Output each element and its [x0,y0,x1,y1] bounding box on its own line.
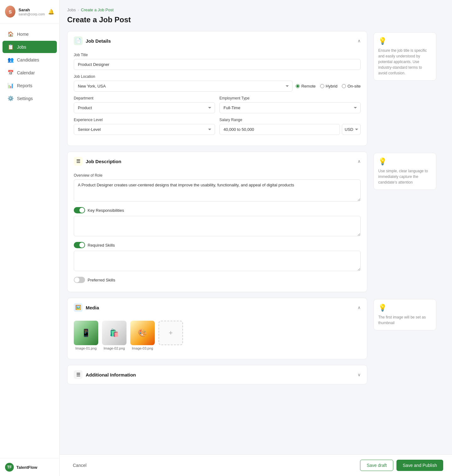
chevron-down-icon: ∨ [358,372,361,377]
radio-hybrid-input[interactable] [320,84,324,88]
sidebar-item-home[interactable]: 🏠 Home [3,28,57,40]
radio-hybrid-label: Hybrid [326,84,338,88]
currency-select[interactable]: USD EUR GBP [342,124,361,135]
user-profile: S Sarah sarah@corp.com 🔔 [0,0,59,24]
job-details-hint: 💡 Ensure the job title is specific and e… [374,32,436,81]
breadcrumb-separator: › [78,8,79,12]
sidebar-item-calendar[interactable]: 📅 Calendar [3,67,57,79]
salary-label: Salary Range [219,118,361,122]
notifications-button[interactable]: 🔔 [48,9,54,15]
responsibilities-textarea[interactable] [74,216,361,236]
employment-type-group: Employment Type Full-Time Part-Time Cont… [219,96,361,113]
job-desc-header[interactable]: ☰ Job Description ∧ [67,152,367,171]
radio-onsite[interactable]: On-site [342,84,361,88]
card-header-left: ☰ Additional Information [74,370,136,379]
media-thumb-2: 🛍️ [102,321,126,345]
media-image-1: 📱 [74,321,98,345]
footer-actions: Save draft Save and Publish [360,460,443,471]
media-body: 📱 Image-01.png 🛍️ Image-02.png [67,317,367,359]
breadcrumb-current: Create a Job Post [81,8,114,12]
media-section: 🖼️ Media ∧ 📱 Image-01.png [67,298,436,365]
footer: Cancel Save draft Save and Publish [60,454,452,476]
sidebar-item-candidates[interactable]: 👥 Candidates [3,54,57,66]
employment-select[interactable]: Full-Time Part-Time Contract [219,102,361,113]
media-item-3: 🎨 Image-03.png [130,321,155,350]
media-card: 🖼️ Media ∧ 📱 Image-01.png [67,298,367,359]
sidebar: S Sarah sarah@corp.com 🔔 🏠 Home 📋 Jobs 👥… [0,0,60,476]
media-filename-2: Image-02.png [104,346,125,350]
media-hint: 💡 The first image will be set as thumbna… [374,299,436,330]
media-thumb-3: 🎨 [130,321,155,345]
skills-textarea[interactable] [74,251,361,271]
skills-toggle[interactable] [74,242,85,248]
experience-group: Experience Level Junior-Level Mid-Level … [74,118,215,135]
home-icon: 🏠 [8,31,14,37]
job-details-card: 📄 Job Details ∧ Job Title Job Location [67,31,367,146]
experience-select[interactable]: Junior-Level Mid-Level Senior-Level Exec… [74,124,215,135]
user-info: Sarah sarah@corp.com [19,8,45,16]
skills-group [74,251,361,272]
main-nav: 🏠 Home 📋 Jobs 👥 Candidates 📅 Calendar 📊 … [0,24,59,458]
radio-remote-input[interactable] [296,84,300,88]
job-desc-body: Overview of Role A Product Designer crea… [67,171,367,292]
chevron-up-icon: ∧ [358,159,361,164]
job-details-header[interactable]: 📄 Job Details ∧ [67,31,367,50]
media-form-col: 🖼️ Media ∧ 📱 Image-01.png [67,298,367,365]
overview-textarea[interactable]: A Product Designer creates user-centered… [74,179,361,201]
radio-hybrid[interactable]: Hybrid [320,84,338,88]
salary-row: USD EUR GBP [219,124,361,135]
media-image-2: 🛍️ [102,321,126,345]
jobs-icon: 📋 [8,44,14,50]
preferred-toggle-row: Preferred Skills [74,277,361,283]
job-title-input[interactable] [74,59,361,70]
breadcrumb-parent[interactable]: Jobs [67,8,76,12]
sidebar-item-label: Jobs [17,45,26,50]
hint-bulb-icon: 💡 [378,37,432,45]
responsibilities-label: Key Responsibilities [88,208,124,213]
additional-hint-col [374,365,436,366]
sidebar-item-reports[interactable]: 📊 Reports [3,79,57,92]
job-title-label: Job Title [74,53,361,57]
salary-range-input[interactable] [219,124,340,135]
sidebar-item-jobs[interactable]: 📋 Jobs [3,41,57,53]
job-desc-hint-col: 💡 Use simple, clear language to immediat… [374,152,436,195]
breadcrumb: Jobs › Create a Job Post [67,8,436,12]
media-filename-3: Image-03.png [132,346,153,350]
media-add-button[interactable]: + [159,321,183,345]
hint-text: Ensure the job title is specific and eas… [378,48,432,76]
save-publish-button[interactable]: Save and Publish [396,460,443,471]
avatar: S [5,6,15,18]
reports-icon: 📊 [8,83,14,88]
card-header-left: ☰ Job Description [74,157,121,166]
settings-icon: ⚙️ [8,95,14,101]
job-description-card: ☰ Job Description ∧ Overview of Role A P… [67,152,367,292]
preferred-toggle[interactable] [74,277,85,283]
additional-info-form-col: ☰ Additional Information ∨ [67,365,367,390]
brand: TF TalentFlow [0,458,59,476]
sidebar-item-label: Calendar [17,70,35,75]
save-draft-button[interactable]: Save draft [360,460,393,471]
candidates-icon: 👥 [8,57,14,63]
job-details-hint-col: 💡 Ensure the job title is specific and e… [374,31,436,86]
department-select[interactable]: Product Engineering Design Marketing [74,102,215,113]
cancel-button[interactable]: Cancel [68,460,91,470]
page-title: Create a Job Post [67,15,436,24]
media-add-item[interactable]: + [159,321,183,350]
job-details-section: 📄 Job Details ∧ Job Title Job Location [67,31,436,152]
department-label: Department [74,96,215,100]
additional-info-header[interactable]: ☰ Additional Information ∨ [67,365,367,384]
job-location-select[interactable]: New York, USA San Francisco, USA Remote [74,81,293,92]
sidebar-item-settings[interactable]: ⚙️ Settings [3,92,57,104]
additional-title: Additional Information [86,372,136,377]
job-desc-title: Job Description [86,159,121,164]
job-desc-form-col: ☰ Job Description ∧ Overview of Role A P… [67,152,367,298]
content-area: Jobs › Create a Job Post Create a Job Po… [60,0,436,421]
responsibilities-toggle[interactable] [74,207,85,213]
media-header[interactable]: 🖼️ Media ∧ [67,298,367,317]
media-hint-col: 💡 The first image will be set as thumbna… [374,298,436,336]
skills-toggle-row: Required Skills [74,242,361,248]
radio-onsite-input[interactable] [342,84,346,88]
exp-salary-row: Experience Level Junior-Level Mid-Level … [74,118,361,139]
radio-remote[interactable]: Remote [296,84,316,88]
sidebar-item-label: Home [17,32,29,37]
